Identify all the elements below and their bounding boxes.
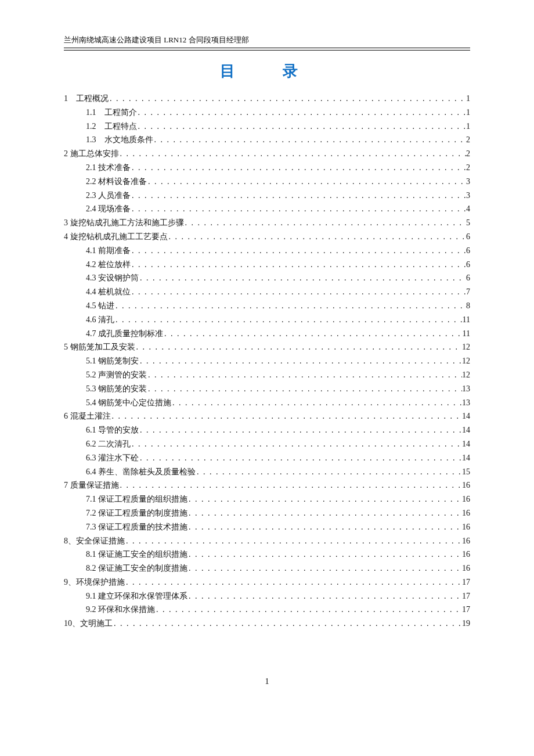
- toc-entry: 6.2 二次清孔 . . . . . . . . . . . . . . . .…: [64, 437, 470, 451]
- header-rule: [64, 48, 470, 51]
- toc-entry-label: 9.1 建立环保和水保管理体系: [86, 589, 187, 603]
- toc-entry-page: 7: [466, 285, 470, 299]
- toc-leader-dots: . . . . . . . . . . . . . . . . . . . . …: [131, 258, 466, 272]
- toc-entry-label: 4.5 钻进: [86, 299, 114, 313]
- toc-entry-label: 7 质量保证措施: [64, 478, 119, 492]
- toc-entry-page: 19: [462, 617, 470, 631]
- toc-entry-label: 4.2 桩位放样: [86, 258, 131, 272]
- toc-entry: 7.3 保证工程质量的技术措施 . . . . . . . . . . . . …: [64, 520, 470, 534]
- toc-entry-page: 14: [462, 409, 470, 423]
- toc-entry-page: 13: [462, 396, 470, 410]
- toc-entry: 10、文明施工 . . . . . . . . . . . . . . . . …: [64, 617, 470, 631]
- toc-entry: 4.2 桩位放样 . . . . . . . . . . . . . . . .…: [64, 258, 470, 272]
- toc-leader-dots: . . . . . . . . . . . . . . . . . . . . …: [155, 603, 462, 617]
- toc-leader-dots: . . . . . . . . . . . . . . . . . . . . …: [137, 106, 467, 120]
- toc-entry: 5.1 钢筋笼制安 . . . . . . . . . . . . . . . …: [64, 354, 470, 368]
- toc-entry-page: 6: [466, 230, 470, 244]
- toc-entry-label: 9、环境保护措施: [64, 575, 125, 589]
- toc-leader-dots: . . . . . . . . . . . . . . . . . . . . …: [131, 244, 466, 258]
- toc-entry: 7.2 保证工程质量的制度措施 . . . . . . . . . . . . …: [64, 506, 470, 520]
- toc-entry-label: 6.2 二次清孔: [86, 437, 131, 451]
- toc-entry-page: 12: [462, 368, 470, 382]
- toc-entry-label: 2 施工总体安排: [64, 147, 119, 161]
- toc-entry-page: 13: [462, 382, 470, 396]
- toc-entry: 4 旋挖钻机成孔施工工艺要点 . . . . . . . . . . . . .…: [64, 230, 470, 244]
- toc-entry-label: 1.3 水文地质条件: [86, 133, 153, 147]
- toc-entry-page: 14: [462, 423, 470, 437]
- toc-leader-dots: . . . . . . . . . . . . . . . . . . . . …: [139, 271, 466, 285]
- toc-leader-dots: . . . . . . . . . . . . . . . . . . . . …: [125, 575, 462, 589]
- toc-entry-page: 5: [466, 216, 470, 230]
- toc-entry-label: 2.1 技术准备: [86, 161, 131, 175]
- toc-leader-dots: . . . . . . . . . . . . . . . . . . . . …: [139, 423, 462, 437]
- toc-leader-dots: . . . . . . . . . . . . . . . . . . . . …: [163, 327, 463, 341]
- toc-entry-page: 3: [466, 189, 470, 203]
- toc-entry-label: 2.2 材料设备准备: [86, 175, 147, 189]
- toc-entry: 2.1 技术准备 . . . . . . . . . . . . . . . .…: [64, 161, 470, 175]
- toc-entry: 9、环境保护措施 . . . . . . . . . . . . . . . .…: [64, 575, 470, 589]
- toc-entry: 4.1 前期准备 . . . . . . . . . . . . . . . .…: [64, 244, 470, 258]
- toc-entry: 4.6 清孔 . . . . . . . . . . . . . . . . .…: [64, 313, 470, 327]
- toc-entry-page: 4: [466, 202, 470, 216]
- toc-entry-label: 5 钢筋笼加工及安装: [64, 340, 135, 354]
- toc-entry-label: 7.3 保证工程质量的技术措施: [86, 520, 187, 534]
- toc-entry-page: 16: [462, 561, 470, 575]
- toc-leader-dots: . . . . . . . . . . . . . . . . . . . . …: [131, 189, 466, 203]
- toc-entry: 1.1 工程简介 . . . . . . . . . . . . . . . .…: [64, 106, 470, 120]
- toc-leader-dots: . . . . . . . . . . . . . . . . . . . . …: [147, 382, 462, 396]
- toc-leader-dots: . . . . . . . . . . . . . . . . . . . . …: [187, 548, 462, 561]
- table-of-contents: 1 工程概况 . . . . . . . . . . . . . . . . .…: [64, 92, 470, 631]
- toc-entry: 6.1 导管的安放 . . . . . . . . . . . . . . . …: [64, 423, 470, 437]
- toc-leader-dots: . . . . . . . . . . . . . . . . . . . . …: [171, 396, 462, 410]
- toc-entry-page: 16: [462, 548, 470, 561]
- toc-entry: 4.4 桩机就位 . . . . . . . . . . . . . . . .…: [64, 285, 470, 299]
- toc-entry: 4.7 成孔质量控制标准 . . . . . . . . . . . . . .…: [64, 327, 470, 341]
- toc-entry-page: 1: [466, 120, 470, 134]
- toc-entry-label: 8.1 保证施工安全的组织措施: [86, 548, 187, 561]
- toc-entry: 1.2 工程特点 . . . . . . . . . . . . . . . .…: [64, 120, 470, 134]
- toc-leader-dots: . . . . . . . . . . . . . . . . . . . . …: [131, 161, 466, 175]
- toc-entry-label: 2.4 现场准备: [86, 202, 131, 216]
- toc-leader-dots: . . . . . . . . . . . . . . . . . . . . …: [131, 202, 466, 216]
- running-header: 兰州南绕城高速公路建设项目 LRN12 合同段项目经理部: [64, 35, 470, 45]
- toc-entry-label: 6.3 灌注水下砼: [86, 451, 139, 465]
- toc-entry: 2.4 现场准备 . . . . . . . . . . . . . . . .…: [64, 202, 470, 216]
- toc-entry: 5.4 钢筋笼中心定位措施 . . . . . . . . . . . . . …: [64, 396, 470, 410]
- toc-entry-page: 2: [466, 147, 470, 161]
- toc-entry-label: 5.3 钢筋笼的安装: [86, 382, 147, 396]
- toc-leader-dots: . . . . . . . . . . . . . . . . . . . . …: [187, 561, 462, 575]
- toc-entry-label: 1.2 工程特点: [86, 120, 137, 134]
- toc-entry-page: 16: [462, 492, 470, 506]
- toc-entry: 6.4 养生、凿除桩头及质量检验 . . . . . . . . . . . .…: [64, 465, 470, 479]
- toc-entry-page: 14: [462, 437, 470, 451]
- toc-leader-dots: . . . . . . . . . . . . . . . . . . . . …: [119, 478, 463, 492]
- toc-entry-page: 6: [466, 271, 470, 285]
- toc-leader-dots: . . . . . . . . . . . . . . . . . . . . …: [131, 285, 466, 299]
- toc-leader-dots: . . . . . . . . . . . . . . . . . . . . …: [147, 175, 466, 189]
- toc-entry-label: 8、安全保证措施: [64, 534, 125, 548]
- toc-entry: 6 混凝土灌注 . . . . . . . . . . . . . . . . …: [64, 409, 470, 423]
- toc-leader-dots: . . . . . . . . . . . . . . . . . . . . …: [125, 534, 462, 548]
- toc-entry-page: 16: [462, 506, 470, 520]
- toc-entry-label: 4.1 前期准备: [86, 244, 131, 258]
- toc-leader-dots: . . . . . . . . . . . . . . . . . . . . …: [114, 313, 463, 327]
- toc-entry-page: 2: [466, 133, 470, 147]
- toc-leader-dots: . . . . . . . . . . . . . . . . . . . . …: [139, 451, 462, 465]
- toc-entry-page: 16: [462, 478, 470, 492]
- toc-entry-label: 4 旋挖钻机成孔施工工艺要点: [64, 230, 168, 244]
- toc-entry-label: 6.1 导管的安放: [86, 423, 139, 437]
- toc-entry-page: 12: [462, 354, 470, 368]
- toc-entry: 5.2 声测管的安装 . . . . . . . . . . . . . . .…: [64, 368, 470, 382]
- toc-leader-dots: . . . . . . . . . . . . . . . . . . . . …: [147, 368, 462, 382]
- toc-entry-page: 1: [466, 92, 470, 106]
- toc-entry-label: 8.2 保证施工安全的制度措施: [86, 561, 187, 575]
- toc-entry: 8.1 保证施工安全的组织措施 . . . . . . . . . . . . …: [64, 548, 470, 561]
- toc-leader-dots: . . . . . . . . . . . . . . . . . . . . …: [184, 216, 467, 230]
- toc-entry-label: 4.4 桩机就位: [86, 285, 131, 299]
- toc-entry-page: 6: [466, 244, 470, 258]
- toc-leader-dots: . . . . . . . . . . . . . . . . . . . . …: [196, 465, 462, 479]
- toc-entry: 2.2 材料设备准备 . . . . . . . . . . . . . . .…: [64, 175, 470, 189]
- toc-entry: 7 质量保证措施 . . . . . . . . . . . . . . . .…: [64, 478, 470, 492]
- toc-entry-page: 12: [462, 340, 470, 354]
- toc-entry-label: 1 工程概况: [64, 92, 109, 106]
